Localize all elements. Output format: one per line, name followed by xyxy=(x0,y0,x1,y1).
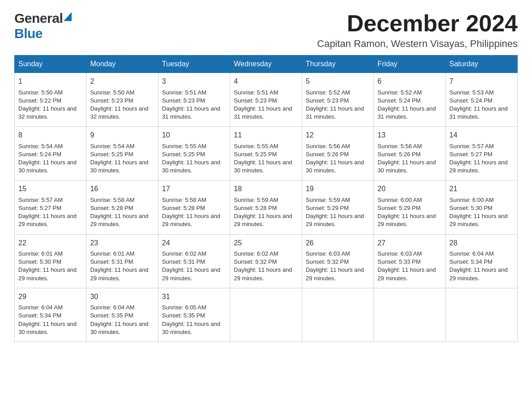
day-info: Sunrise: 6:03 AM Sunset: 5:32 PM Dayligh… xyxy=(306,250,370,283)
day-info: Sunrise: 5:50 AM Sunset: 5:22 PM Dayligh… xyxy=(18,89,82,121)
svg-marker-0 xyxy=(64,12,72,21)
col-header-friday: Friday xyxy=(374,56,446,73)
day-number: 9 xyxy=(90,130,154,140)
calendar-cell: 23 Sunrise: 6:01 AM Sunset: 5:31 PM Dayl… xyxy=(86,234,158,288)
day-number: 12 xyxy=(306,130,370,140)
day-info: Sunrise: 5:54 AM Sunset: 5:25 PM Dayligh… xyxy=(90,142,154,175)
day-number: 7 xyxy=(450,77,514,86)
calendar-cell: 27 Sunrise: 6:03 AM Sunset: 5:33 PM Dayl… xyxy=(374,234,446,288)
page-header: General Blue December 2024 Capitan Ramon… xyxy=(14,11,518,50)
logo-blue: Blue xyxy=(14,26,72,41)
calendar-cell: 4 Sunrise: 5:51 AM Sunset: 5:23 PM Dayli… xyxy=(230,73,302,127)
day-number: 13 xyxy=(378,130,442,140)
logo: General Blue xyxy=(14,11,72,41)
day-info: Sunrise: 5:55 AM Sunset: 5:25 PM Dayligh… xyxy=(162,142,226,175)
day-number: 6 xyxy=(378,77,442,86)
day-info: Sunrise: 5:52 AM Sunset: 5:24 PM Dayligh… xyxy=(378,89,442,121)
day-number: 25 xyxy=(234,238,298,248)
logo-general: General xyxy=(14,11,63,26)
calendar-cell: 12 Sunrise: 5:56 AM Sunset: 5:26 PM Dayl… xyxy=(302,127,373,180)
calendar-week-3: 15 Sunrise: 5:57 AM Sunset: 5:27 PM Dayl… xyxy=(15,180,518,234)
day-info: Sunrise: 5:56 AM Sunset: 5:26 PM Dayligh… xyxy=(378,142,442,175)
calendar-cell: 9 Sunrise: 5:54 AM Sunset: 5:25 PM Dayli… xyxy=(86,127,158,180)
calendar-week-5: 29 Sunrise: 6:04 AM Sunset: 5:34 PM Dayl… xyxy=(15,288,518,342)
day-info: Sunrise: 5:50 AM Sunset: 5:23 PM Dayligh… xyxy=(90,89,154,121)
day-info: Sunrise: 5:55 AM Sunset: 5:25 PM Dayligh… xyxy=(234,142,298,175)
day-info: Sunrise: 5:51 AM Sunset: 5:23 PM Dayligh… xyxy=(162,89,226,121)
day-number: 5 xyxy=(306,77,370,86)
day-info: Sunrise: 6:01 AM Sunset: 5:31 PM Dayligh… xyxy=(90,250,154,283)
calendar-cell: 24 Sunrise: 6:02 AM Sunset: 5:31 PM Dayl… xyxy=(158,234,230,288)
day-info: Sunrise: 6:01 AM Sunset: 5:30 PM Dayligh… xyxy=(18,250,82,283)
day-info: Sunrise: 5:59 AM Sunset: 5:28 PM Dayligh… xyxy=(234,196,298,229)
day-number: 15 xyxy=(18,184,82,194)
calendar-cell: 1 Sunrise: 5:50 AM Sunset: 5:22 PM Dayli… xyxy=(15,73,86,127)
day-info: Sunrise: 6:04 AM Sunset: 5:35 PM Dayligh… xyxy=(90,304,154,336)
day-info: Sunrise: 5:57 AM Sunset: 5:27 PM Dayligh… xyxy=(450,142,514,175)
calendar-cell: 8 Sunrise: 5:54 AM Sunset: 5:24 PM Dayli… xyxy=(15,127,86,180)
day-number: 10 xyxy=(162,130,226,140)
day-info: Sunrise: 5:58 AM Sunset: 5:28 PM Dayligh… xyxy=(162,196,226,229)
day-info: Sunrise: 5:56 AM Sunset: 5:26 PM Dayligh… xyxy=(306,142,370,175)
day-number: 18 xyxy=(234,184,298,194)
calendar-cell: 7 Sunrise: 5:53 AM Sunset: 5:24 PM Dayli… xyxy=(446,73,517,127)
day-number: 2 xyxy=(90,77,154,86)
day-number: 8 xyxy=(18,130,82,140)
calendar-cell: 10 Sunrise: 5:55 AM Sunset: 5:25 PM Dayl… xyxy=(158,127,230,180)
calendar-header-row: SundayMondayTuesdayWednesdayThursdayFrid… xyxy=(15,56,518,73)
calendar-cell xyxy=(230,288,302,342)
calendar-cell: 26 Sunrise: 6:03 AM Sunset: 5:32 PM Dayl… xyxy=(302,234,373,288)
col-header-wednesday: Wednesday xyxy=(230,56,302,73)
calendar-cell: 5 Sunrise: 5:52 AM Sunset: 5:23 PM Dayli… xyxy=(302,73,373,127)
day-number: 14 xyxy=(450,130,514,140)
day-number: 17 xyxy=(162,184,226,194)
calendar-cell: 13 Sunrise: 5:56 AM Sunset: 5:26 PM Dayl… xyxy=(374,127,446,180)
day-info: Sunrise: 5:59 AM Sunset: 5:29 PM Dayligh… xyxy=(306,196,370,229)
day-info: Sunrise: 6:04 AM Sunset: 5:34 PM Dayligh… xyxy=(18,304,82,336)
calendar-cell: 21 Sunrise: 6:00 AM Sunset: 5:30 PM Dayl… xyxy=(446,180,517,234)
day-info: Sunrise: 5:54 AM Sunset: 5:24 PM Dayligh… xyxy=(18,142,82,175)
day-number: 4 xyxy=(234,77,298,86)
day-number: 16 xyxy=(90,184,154,194)
location-subtitle: Capitan Ramon, Western Visayas, Philippi… xyxy=(317,38,518,50)
day-info: Sunrise: 5:53 AM Sunset: 5:24 PM Dayligh… xyxy=(450,89,514,121)
calendar-cell: 20 Sunrise: 6:00 AM Sunset: 5:29 PM Dayl… xyxy=(374,180,446,234)
calendar-cell: 22 Sunrise: 6:01 AM Sunset: 5:30 PM Dayl… xyxy=(15,234,86,288)
day-info: Sunrise: 5:52 AM Sunset: 5:23 PM Dayligh… xyxy=(306,89,370,121)
day-info: Sunrise: 6:00 AM Sunset: 5:29 PM Dayligh… xyxy=(378,196,442,229)
day-info: Sunrise: 6:00 AM Sunset: 5:30 PM Dayligh… xyxy=(450,196,514,229)
calendar-cell: 11 Sunrise: 5:55 AM Sunset: 5:25 PM Dayl… xyxy=(230,127,302,180)
calendar-cell: 31 Sunrise: 6:05 AM Sunset: 5:35 PM Dayl… xyxy=(158,288,230,342)
day-number: 23 xyxy=(90,238,154,248)
day-number: 30 xyxy=(90,292,154,302)
day-number: 29 xyxy=(18,292,82,302)
day-info: Sunrise: 6:04 AM Sunset: 5:34 PM Dayligh… xyxy=(450,250,514,283)
day-number: 27 xyxy=(378,238,442,248)
day-info: Sunrise: 6:05 AM Sunset: 5:35 PM Dayligh… xyxy=(162,304,226,336)
day-number: 24 xyxy=(162,238,226,248)
calendar-cell: 16 Sunrise: 5:58 AM Sunset: 5:28 PM Dayl… xyxy=(86,180,158,234)
title-section: December 2024 Capitan Ramon, Western Vis… xyxy=(317,11,518,50)
calendar-week-4: 22 Sunrise: 6:01 AM Sunset: 5:30 PM Dayl… xyxy=(15,234,518,288)
calendar-cell xyxy=(446,288,517,342)
day-number: 22 xyxy=(18,238,82,248)
day-info: Sunrise: 5:58 AM Sunset: 5:28 PM Dayligh… xyxy=(90,196,154,229)
day-number: 21 xyxy=(450,184,514,194)
logo-triangle-icon xyxy=(64,12,72,21)
day-number: 19 xyxy=(306,184,370,194)
day-number: 28 xyxy=(450,238,514,248)
col-header-sunday: Sunday xyxy=(15,56,86,73)
month-title: December 2024 xyxy=(317,11,518,36)
col-header-tuesday: Tuesday xyxy=(158,56,230,73)
col-header-thursday: Thursday xyxy=(302,56,373,73)
day-number: 1 xyxy=(18,77,82,86)
day-number: 20 xyxy=(378,184,442,194)
day-number: 31 xyxy=(162,292,226,302)
day-number: 3 xyxy=(162,77,226,86)
calendar-cell: 3 Sunrise: 5:51 AM Sunset: 5:23 PM Dayli… xyxy=(158,73,230,127)
calendar-cell: 19 Sunrise: 5:59 AM Sunset: 5:29 PM Dayl… xyxy=(302,180,373,234)
calendar-week-1: 1 Sunrise: 5:50 AM Sunset: 5:22 PM Dayli… xyxy=(15,73,518,127)
calendar-table: SundayMondayTuesdayWednesdayThursdayFrid… xyxy=(14,55,518,342)
calendar-cell: 28 Sunrise: 6:04 AM Sunset: 5:34 PM Dayl… xyxy=(446,234,517,288)
calendar-cell: 14 Sunrise: 5:57 AM Sunset: 5:27 PM Dayl… xyxy=(446,127,517,180)
